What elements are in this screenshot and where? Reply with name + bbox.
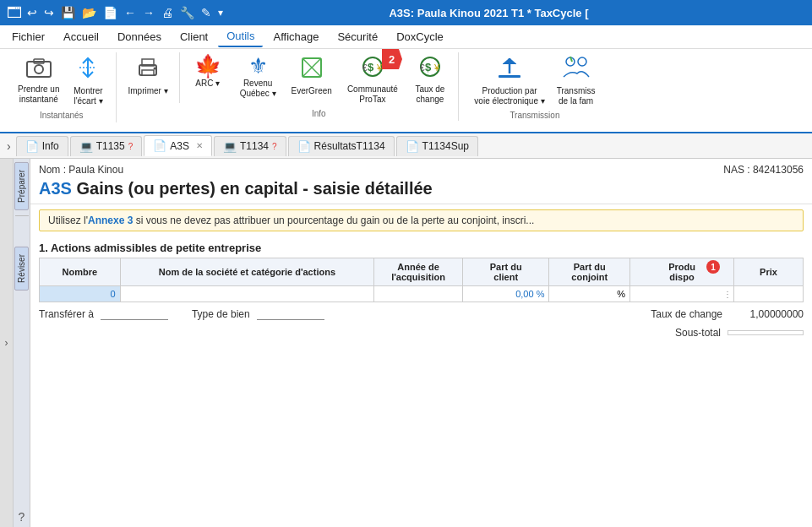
toolbar-new[interactable]: 📄: [103, 6, 117, 19]
cell-societe[interactable]: [120, 286, 374, 302]
tab-t1135[interactable]: 💻 T1135 ?: [70, 136, 143, 156]
menu-client[interactable]: Client: [172, 27, 216, 46]
tab-info[interactable]: 📄 Info: [16, 136, 68, 156]
evergreen-icon: [299, 55, 324, 84]
snapshot-button[interactable]: Prendre uninstantané: [14, 52, 63, 107]
camera-icon: [25, 55, 52, 83]
info-tab-label: Info: [42, 140, 59, 152]
sous-total-label: Sous-total: [675, 327, 721, 339]
tab-t1134sup[interactable]: 📄 T1134Sup: [396, 136, 478, 156]
revenu-quebec-label: RevenuQuébec ▾: [240, 79, 276, 99]
title-bar-left: 🗔 ↩ ↪ 💾 📂 📄 ← → 🖨 🔧 ✎ ▾: [7, 4, 223, 22]
tab-t1134[interactable]: 💻 T1134 ?: [214, 136, 286, 156]
toolbar-settings[interactable]: 🔧: [180, 6, 194, 19]
info-banner: Utilisez l'Annexe 3 si vous ne devez pas…: [39, 209, 804, 231]
cell-part-client[interactable]: 0,00 %: [462, 286, 548, 302]
table-container: Nombre Nom de la société et catégorie d'…: [30, 258, 812, 302]
print-icon: [135, 55, 161, 84]
toolbar-back[interactable]: ←: [124, 6, 136, 19]
client-nas: NAS : 842413056: [723, 164, 804, 176]
taux-change-button[interactable]: $ € ¥ Taux dechange: [409, 52, 451, 107]
evergreen-label: EverGreen: [292, 86, 332, 96]
input-prix[interactable]: [738, 289, 798, 299]
t1134-tab-icon: 💻: [223, 140, 237, 153]
nas-label: NAS :: [723, 164, 749, 176]
production-voie-button[interactable]: Production parvoie électronique ▾: [470, 52, 548, 109]
toolbar-forward[interactable]: →: [143, 6, 155, 19]
menu-accueil[interactable]: Accueil: [55, 27, 107, 46]
t1134sup-tab-icon: 📄: [406, 140, 419, 153]
menu-outils[interactable]: Outils: [218, 26, 263, 47]
input-nombre[interactable]: [44, 289, 116, 299]
show-diff-button[interactable]: Montrerl'écart ▾: [67, 52, 109, 109]
transferer-input[interactable]: [101, 307, 168, 320]
toolbar-print[interactable]: 🖨: [161, 6, 173, 19]
show-diff-label: Montrerl'écart ▾: [74, 86, 102, 106]
type-bien-input[interactable]: [257, 307, 324, 320]
cell-prix[interactable]: [733, 286, 803, 302]
arc-button[interactable]: 🍁 ARC ▾: [187, 52, 229, 91]
transmission-fam-button[interactable]: Transmissde la fam: [553, 52, 600, 109]
a3s-tab-icon: 📄: [153, 139, 166, 152]
print-button[interactable]: Imprimer ▾: [123, 52, 172, 99]
svg-point-6: [154, 68, 156, 70]
tab-resultats-t1134[interactable]: 📄 RésultatsT1134: [288, 136, 395, 156]
cell-part-conjoint[interactable]: %: [549, 286, 630, 302]
transferer-label: Transférer à: [39, 308, 94, 320]
toolbar-save[interactable]: 💾: [61, 6, 75, 19]
preparer-tab[interactable]: Préparer: [14, 162, 29, 210]
cell-annee[interactable]: [374, 286, 463, 302]
taux-change-label: Taux dechange: [415, 84, 444, 105]
menu-affichage[interactable]: Affichage: [264, 27, 327, 46]
toolbar-redo[interactable]: ↪: [44, 6, 54, 19]
transmission-group-label: Transmission: [510, 111, 559, 122]
maple-icon: 🍁: [194, 55, 221, 77]
title-bar: 🗔 ↩ ↪ 💾 📂 📄 ← → 🖨 🔧 ✎ ▾ A3S: Paula Kinou…: [0, 0, 812, 25]
input-produit[interactable]: [635, 289, 715, 299]
nom-value: Paula Kinou: [68, 164, 123, 176]
toolbar-open[interactable]: 📂: [82, 6, 96, 19]
form-title: A3S Gains (ou pertes) en capital - saisi…: [39, 179, 804, 198]
nas-value: 842413056: [753, 164, 804, 176]
menu-donnees[interactable]: Données: [109, 27, 170, 46]
help-icon[interactable]: ?: [19, 510, 25, 524]
col-separator-icon: ⋮: [723, 290, 732, 299]
tab-a3s[interactable]: 📄 A3S ✕: [144, 135, 212, 156]
resultats-tab-label: RésultatsT1134: [314, 140, 385, 152]
protax-badge-arrow: 2: [380, 49, 404, 72]
type-bien-label: Type de bien: [192, 308, 250, 320]
annexe-link[interactable]: Annexe 3: [88, 215, 133, 226]
left-sidebar: Préparer Réviser ?: [14, 159, 30, 527]
toolbar-dropdown[interactable]: ▾: [218, 7, 223, 19]
people-icon: [562, 55, 591, 84]
svg-text:€: €: [420, 63, 425, 73]
svg-text:2: 2: [389, 53, 395, 66]
data-table: Nombre Nom de la société et catégorie d'…: [39, 258, 804, 302]
ribbon-group-transmission: Production parvoie électronique ▾ Transm…: [459, 52, 611, 122]
cell-nombre[interactable]: [40, 286, 121, 302]
menu-fichier[interactable]: Fichier: [3, 27, 53, 46]
col-produit: Produdispo 1: [630, 258, 734, 286]
menu-securite[interactable]: Sécurité: [329, 27, 386, 46]
tab-nav-left[interactable]: ›: [3, 138, 14, 155]
svg-rect-20: [499, 75, 520, 78]
col-part-conjoint: Part duconjoint: [549, 258, 630, 286]
toolbar-edit[interactable]: ✎: [201, 6, 211, 19]
cell-produit[interactable]: ⋮: [630, 286, 734, 302]
sous-total-value: [728, 330, 804, 335]
ribbon: Prendre uninstantané Montrerl'écart ▾ In…: [0, 49, 812, 133]
banner-text-post: si vous ne devez pas attribuer un pource…: [133, 215, 534, 226]
ribbon-group-instantanes: Prendre uninstantané Montrerl'écart ▾ In…: [7, 52, 117, 122]
menu-doxcycle[interactable]: DoxCycle: [388, 27, 452, 46]
communaute-protax-button[interactable]: 2 $ € ¥ CommunautéProTax: [343, 52, 402, 107]
col-societe: Nom de la société et catégorie d'actions: [120, 258, 374, 286]
input-societe[interactable]: [125, 289, 370, 299]
reviser-tab[interactable]: Réviser: [14, 247, 29, 291]
evergreen-button[interactable]: EverGreen: [287, 52, 336, 99]
nav-collapse[interactable]: ›: [0, 159, 14, 527]
toolbar-undo[interactable]: ↩: [27, 6, 37, 19]
input-annee[interactable]: [379, 289, 458, 299]
a3s-tab-close[interactable]: ✕: [196, 141, 203, 150]
communaute-protax-label: CommunautéProTax: [347, 84, 398, 105]
revenu-quebec-button[interactable]: ⚜ RevenuQuébec ▾: [236, 52, 281, 101]
